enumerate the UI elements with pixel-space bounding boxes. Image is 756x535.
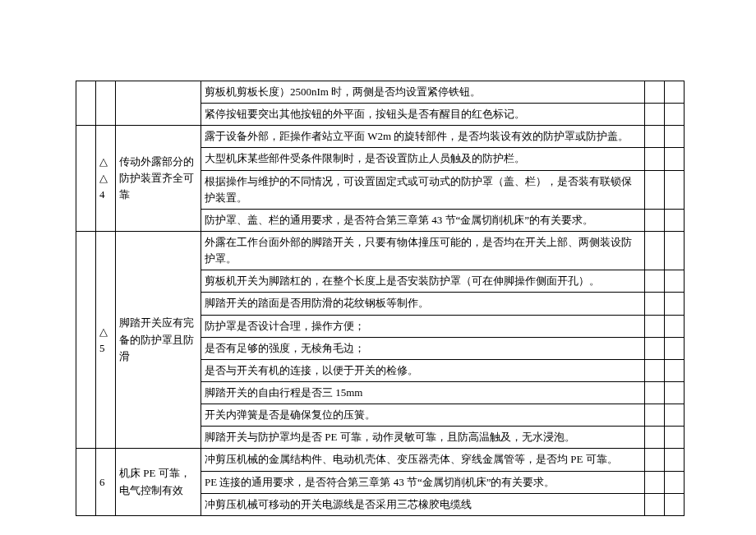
cell-topic: 脚踏开关应有完备的防护罩且防滑 (116, 231, 201, 448)
cell-check2 (665, 148, 685, 170)
triangle-icon: △ (99, 155, 108, 168)
cell-content: 是否与开关有机的连接，以便于开关的检修。 (201, 359, 645, 381)
cell-content: 防护罩、盖、栏的通用要求，是否符合第三章第 43 节“金属切削机床”的有关要求。 (201, 209, 645, 231)
page-container: 剪板机剪板长度）2500nIm 时，两侧是否均设置紧停铁钮。 紧停按钮要突出其他… (76, 81, 684, 516)
cell-topic (116, 81, 201, 126)
inspection-table: 剪板机剪板长度）2500nIm 时，两侧是否均设置紧停铁钮。 紧停按钮要突出其他… (76, 81, 685, 516)
cell-content: 开关内弹簧是否是确保复位的压簧。 (201, 404, 645, 427)
cell-content: 外露在工作台面外部的脚踏开关，只要有物体撞压可能的，是否均在开关上部、两侧装设防… (201, 231, 645, 270)
index-num: 6 (99, 476, 105, 488)
table-row: △5 脚踏开关应有完备的防护罩且防滑 外露在工作台面外部的脚踏开关，只要有物体撞… (76, 231, 685, 270)
cell-index: 6 (96, 449, 116, 515)
cell-check1 (645, 493, 665, 515)
cell-col1 (76, 126, 96, 232)
cell-content: 露于设备外部，距操作者站立平面 W2m 的旋转部件，是否均装设有效的防护罩或防护… (201, 126, 645, 148)
cell-check2 (665, 315, 685, 337)
cell-check2 (665, 404, 685, 427)
cell-check2 (665, 359, 685, 381)
cell-topic: 机床 PE 可靠，电气控制有效 (116, 449, 201, 515)
cell-check2 (665, 231, 685, 270)
cell-check2 (665, 381, 685, 404)
index-num: △ 4 (99, 172, 108, 201)
cell-check1 (645, 449, 665, 471)
cell-check1 (645, 359, 665, 381)
cell-content: PE 连接的通用要求，是否符合第三章第 43 节“金属切削机床”的有关要求。 (201, 471, 645, 493)
cell-check2 (665, 493, 685, 515)
cell-col1 (76, 449, 96, 515)
table-row: 剪板机剪板长度）2500nIm 时，两侧是否均设置紧停铁钮。 (76, 81, 685, 104)
cell-content: 剪板机剪板长度）2500nIm 时，两侧是否均设置紧停铁钮。 (201, 81, 645, 104)
cell-check1 (645, 471, 665, 493)
cell-check2 (665, 449, 685, 471)
cell-check1 (645, 427, 665, 449)
triangle-icon: △ (99, 325, 108, 338)
cell-check1 (645, 293, 665, 315)
cell-check1 (645, 209, 665, 231)
cell-check1 (645, 231, 665, 270)
cell-content: 根据操作与维护的不同情况，可设置固定式或可动式的防护罩（盖、栏），是否装有联锁保… (201, 170, 645, 209)
cell-content: 防护罩是否设计合理，操作方便； (201, 315, 645, 337)
cell-check1 (645, 404, 665, 427)
cell-check1 (645, 270, 665, 293)
table-row: 6 机床 PE 可靠，电气控制有效 冲剪压机械的金属结构件、电动机壳体、变压器壳… (76, 449, 685, 471)
cell-check1 (645, 337, 665, 359)
cell-check2 (665, 170, 685, 209)
cell-content: 脚踏开关的踏面是否用防滑的花纹钢板等制作。 (201, 293, 645, 315)
cell-col2 (96, 81, 116, 126)
cell-check1 (645, 148, 665, 170)
cell-col1 (76, 231, 96, 448)
cell-content: 脚踏开关与防护罩均是否 PE 可靠，动作灵敏可靠，且防高温触及，无水浸泡。 (201, 427, 645, 449)
cell-check2 (665, 126, 685, 148)
cell-check2 (665, 337, 685, 359)
cell-col1 (76, 81, 96, 126)
index-num: 5 (99, 342, 105, 354)
cell-content: 冲剪压机械可移动的开关电源线是否采用三芯橡胶电缆线 (201, 493, 645, 515)
cell-content: 冲剪压机械的金属结构件、电动机壳体、变压器壳体、穿线金属管等，是否均 PE 可靠… (201, 449, 645, 471)
table-row: △△ 4 传动外露部分的防护装置齐全可靠 露于设备外部，距操作者站立平面 W2m… (76, 126, 685, 148)
cell-content: 脚踏开关的自由行程是否三 15mm (201, 381, 645, 404)
cell-index: △5 (96, 231, 116, 448)
cell-check2 (665, 270, 685, 293)
cell-check2 (665, 104, 685, 126)
cell-check2 (665, 427, 685, 449)
cell-content: 剪板机开关为脚踏杠的，在整个长度上是否安装防护罩（可在伸脚操作侧面开孔）。 (201, 270, 645, 293)
cell-check1 (645, 104, 665, 126)
cell-check1 (645, 170, 665, 209)
cell-content: 是否有足够的强度，无棱角毛边； (201, 337, 645, 359)
cell-content: 紧停按钮要突出其他按钮的外平面，按钮头是否有醒目的红色标记。 (201, 104, 645, 126)
cell-index: △△ 4 (96, 126, 116, 232)
cell-check2 (665, 293, 685, 315)
cell-check1 (645, 381, 665, 404)
cell-topic: 传动外露部分的防护装置齐全可靠 (116, 126, 201, 232)
cell-check1 (645, 315, 665, 337)
cell-check2 (665, 471, 685, 493)
cell-content: 大型机床某些部件受条件限制时，是否设置防止人员触及的防护栏。 (201, 148, 645, 170)
cell-check1 (645, 81, 665, 104)
cell-check1 (645, 126, 665, 148)
cell-check2 (665, 209, 685, 231)
cell-check2 (665, 81, 685, 104)
